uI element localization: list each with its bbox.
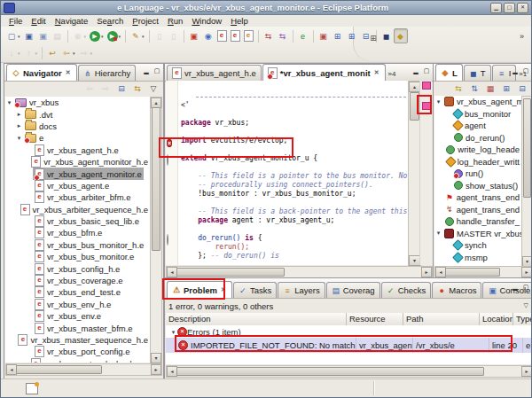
close-icon[interactable]: ✕ bbox=[373, 68, 380, 77]
scrollbar-thumb[interactable] bbox=[445, 268, 500, 277]
maximize-view-icon[interactable]: ▢ bbox=[521, 66, 530, 75]
tab-macros[interactable]: ●Macros bbox=[432, 282, 481, 298]
navigator-horizontal-scrollbar[interactable]: ◂ ▸ bbox=[5, 363, 162, 376]
navigator-item-vr-xbus-env-h-e[interactable]: evr_xbus_env_h.e bbox=[5, 299, 150, 310]
outline-item-show-status[interactable]: show_status() bbox=[434, 180, 521, 192]
outline-item-handle-transfer[interactable]: handle_transfer_ bbox=[434, 215, 521, 228]
navigator-item-vr-xbus-config-h-e[interactable]: evr_xbus_config_h.e bbox=[5, 262, 150, 274]
minimize-view-icon[interactable]: ▂ bbox=[411, 66, 420, 75]
back-button[interactable]: ⇦▾ bbox=[59, 45, 77, 60]
outline-item-agent[interactable]: agent bbox=[434, 120, 521, 132]
open-perspective-button[interactable]: ⊞ bbox=[366, 30, 380, 45]
expander-icon[interactable]: ▾ bbox=[5, 99, 13, 106]
maximize-window-icon[interactable]: ▢ bbox=[504, 3, 515, 13]
expander-icon[interactable]: ▾ bbox=[434, 98, 442, 105]
save-button[interactable]: ▣ bbox=[22, 28, 36, 43]
open-task-button[interactable]: ✎▾ bbox=[129, 28, 146, 43]
menu-project[interactable]: Project bbox=[128, 16, 163, 26]
minimize-window-icon[interactable]: ▁ bbox=[490, 3, 502, 13]
scroll-right-icon[interactable]: ▸ bbox=[151, 364, 161, 375]
outline-item-synch[interactable]: synch bbox=[434, 239, 521, 252]
navigator-item-vr-xbus-port-config-e[interactable]: evr_xbus_port_config.e bbox=[5, 346, 150, 357]
scrollbar-thumb[interactable] bbox=[176, 268, 285, 277]
semantic-highlight-button[interactable]: ◆ bbox=[394, 28, 408, 43]
menu-help[interactable]: Help bbox=[226, 16, 253, 26]
editor-horizontal-scrollbar[interactable]: ◂ ▸ bbox=[166, 266, 433, 278]
minimize-view-icon[interactable]: ▂ bbox=[511, 283, 520, 292]
scroll-right-icon[interactable]: ▸ bbox=[421, 267, 432, 277]
menu-search[interactable]: Search bbox=[92, 16, 128, 26]
expand-warnings-button[interactable]: ⊞ bbox=[345, 28, 359, 43]
navigator-item-vr-xbus-master-sequence-h-e[interactable]: evr_xbus_master_sequence_h.e bbox=[5, 334, 150, 346]
expander-icon[interactable]: ▸ bbox=[15, 111, 23, 118]
outline-item-write-log-heade[interactable]: write_log_heade bbox=[434, 144, 521, 156]
navigator-item-e[interactable]: ▾e bbox=[5, 132, 150, 144]
new-wizard-button[interactable]: ▢▾ bbox=[4, 28, 22, 43]
navigator-item-vr-xbus-agent-monitor-e[interactable]: evr_xbus_agent_monitor.e bbox=[5, 168, 150, 179]
link-with-editor-button[interactable]: ⇆ bbox=[451, 82, 466, 96]
close-window-icon[interactable]: ✕ bbox=[517, 3, 528, 13]
sort-button[interactable]: ⇅ bbox=[467, 82, 481, 96]
tab-overflow-chevron[interactable]: »4 bbox=[388, 70, 396, 78]
close-icon[interactable]: ✕ bbox=[65, 68, 72, 77]
menu-window[interactable]: Window bbox=[187, 16, 226, 26]
scrollbar-thumb[interactable] bbox=[16, 365, 102, 374]
minimize-view-icon[interactable]: ▂ bbox=[142, 66, 151, 75]
outline-item-bus-monitor[interactable]: bus_monitor bbox=[434, 108, 521, 121]
outline-item-vr-xbus-agent-mo[interactable]: ▾vr_xbus_agent_mo bbox=[434, 96, 521, 108]
scroll-right-icon[interactable]: ▸ bbox=[521, 267, 532, 277]
filter-button[interactable]: ▦ bbox=[483, 82, 497, 96]
code-editor[interactable]: × <'package vr_xbus;import evcutils/e/ev… bbox=[166, 81, 408, 265]
outline-item-run[interactable]: run() bbox=[434, 168, 521, 180]
view-menu-button[interactable]: ▽ bbox=[146, 82, 160, 96]
collapse-all-button[interactable]: ⊟ bbox=[114, 82, 129, 96]
tab-checks[interactable]: ✓Checks bbox=[381, 282, 432, 298]
tab-navigator[interactable]: ◇Navigator✕ bbox=[6, 64, 77, 81]
tab-hierarchy[interactable]: ⋔Hierarchy bbox=[78, 65, 137, 81]
last-edit-location-button[interactable]: ↩ bbox=[45, 45, 59, 60]
tab-l[interactable]: ◈L bbox=[435, 64, 463, 81]
outline-item-master-vr-xbus-a[interactable]: ▾MASTER vr_xbus_a bbox=[434, 228, 521, 240]
outline-vertical-scrollbar[interactable]: ▾ bbox=[521, 96, 532, 268]
navigator-item-vr-xbus-arbiter-sequence-h-e[interactable]: evr_xbus_arbiter_sequence_h.e bbox=[5, 204, 150, 215]
navigator-item-vr-xbus-agent-monitor-h-e[interactable]: evr_xbus_agent_monitor_h.e bbox=[5, 156, 150, 168]
link-with-editor-button[interactable]: ⇆ bbox=[130, 82, 145, 96]
compile-button[interactable]: ⇆ bbox=[262, 28, 276, 43]
navigator-item-vr-xbus[interactable]: ▾vr_xbus bbox=[5, 97, 150, 108]
titlebar[interactable]: e Language - vr_xbus/e/vr_xbus_agent_mon… bbox=[1, 1, 531, 15]
tab-vr-xbus-agent-monit[interactable]: e*vr_xbus_agent_monit✕ bbox=[262, 64, 386, 81]
navigator-item-vr-xbus-basic-seq-lib-e[interactable]: evr_xbus_basic_seq_lib.e bbox=[5, 215, 150, 227]
navigator-item-vr-xbus-end-test-e[interactable]: evr_xbus_end_test.e bbox=[5, 286, 150, 298]
expand-all-button[interactable]: ⊞ bbox=[499, 82, 513, 96]
expander-icon[interactable]: ▾ bbox=[15, 135, 23, 142]
elaborate-button[interactable]: ⇆ bbox=[276, 28, 290, 43]
menu-run[interactable]: Run bbox=[163, 16, 187, 26]
save-all-button[interactable]: ▣ bbox=[36, 28, 51, 43]
expander-icon[interactable]: ▸ bbox=[15, 122, 23, 129]
run-simulation-button[interactable]: e bbox=[296, 28, 310, 43]
navigator-item-vr-xbus-env-e[interactable]: evr_xbus_env.e bbox=[5, 310, 150, 322]
new-e-test-button[interactable]: e bbox=[229, 28, 242, 43]
maximize-view-icon[interactable]: ▢ bbox=[422, 66, 431, 75]
new-e-wizard-button[interactable]: e bbox=[242, 28, 255, 43]
browse-docs-button[interactable]: ◉ bbox=[201, 28, 215, 43]
new-e-module-button[interactable]: e bbox=[215, 28, 229, 43]
problems-horizontal-scrollbar[interactable]: ◂ ▸ bbox=[166, 365, 532, 378]
scroll-down-icon[interactable]: ▾ bbox=[151, 353, 161, 363]
outline-item-log-header-writt[interactable]: log_header_writt bbox=[434, 156, 521, 168]
external-tools-button[interactable]: ▶▾ bbox=[106, 28, 123, 43]
run-button[interactable]: ▶▾ bbox=[88, 28, 106, 43]
maximize-view-icon[interactable]: ▢ bbox=[153, 66, 161, 75]
navigator-item-vr-xbus-bfm-e[interactable]: evr_xbus_bfm.e bbox=[5, 227, 150, 238]
fast-view-icon[interactable] bbox=[26, 383, 38, 394]
navigator-item-vr-xbus-bus-monitor-e[interactable]: evr_xbus_bus_monitor.e bbox=[5, 251, 150, 262]
collapse-all-button[interactable]: ⊟ bbox=[515, 82, 529, 96]
menu-navigate[interactable]: Navigate bbox=[51, 16, 93, 26]
outline-item-agent-trans-end[interactable]: ↯agent_trans_end bbox=[434, 204, 521, 216]
outline-item-agent-trans-end[interactable]: ⚑agent_trans_end bbox=[434, 191, 521, 204]
navigator-item-vr-xbus-master-bfm-e[interactable]: evr_xbus_master_bfm.e bbox=[5, 322, 150, 333]
scrollbar-thumb[interactable] bbox=[152, 107, 160, 251]
outline-item-do-rerun[interactable]: do_rerun() bbox=[434, 132, 521, 144]
scrollbar-thumb[interactable] bbox=[176, 367, 484, 376]
tab-vr-xbus-agent-h-e[interactable]: evr_xbus_agent_h.e bbox=[167, 65, 262, 81]
